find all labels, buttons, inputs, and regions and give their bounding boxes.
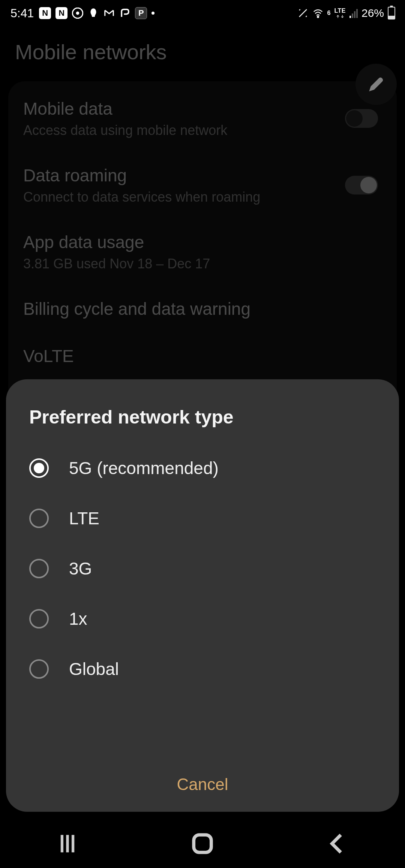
mobile-data-subtitle: Access data using mobile network [23,123,227,138]
home-button[interactable] [189,831,216,857]
volte-row[interactable]: VoLTE [8,332,397,366]
back-button[interactable] [324,831,351,857]
edit-fab[interactable] [356,64,397,105]
app-icon-4 [88,7,99,19]
radio-icon [29,458,49,478]
option-1x[interactable]: 1x [6,594,399,644]
system-nav-bar [0,819,405,868]
cancel-button[interactable]: Cancel [177,775,228,794]
option-label: 1x [69,609,87,629]
app-data-usage-title: App data usage [23,232,210,252]
more-notifications-icon [152,12,154,15]
option-label: Global [69,659,119,679]
parler-icon [119,7,130,19]
radio-icon [29,609,49,629]
gmail-icon [104,7,115,19]
volte-title: VoLTE [23,346,74,366]
preferred-network-dialog: Preferred network type 5G (recommended) … [6,379,399,812]
messenger-icon-2: N [56,7,68,19]
app-data-usage-row[interactable]: App data usage 3.81 GB used Nov 18 – Dec… [8,218,397,285]
app-icon-p: P [135,7,147,19]
option-label: 3G [69,558,92,579]
dialog-options: 5G (recommended) LTE 3G 1x Global [6,443,399,763]
messenger-icon: N [39,7,51,19]
radio-icon [29,659,49,679]
billing-cycle-title: Billing cycle and data warning [23,299,250,319]
wifi-badge: 6 [327,10,331,16]
option-label: 5G (recommended) [69,458,219,478]
radio-icon [29,509,49,528]
data-roaming-title: Data roaming [23,165,260,186]
dialog-title: Preferred network type [6,406,399,443]
recents-button[interactable] [54,831,81,857]
status-left: 5:41 N N P [10,6,154,20]
radio-icon [29,559,49,578]
mobile-data-row[interactable]: Mobile data Access data using mobile net… [8,85,397,152]
billing-cycle-row[interactable]: Billing cycle and data warning [8,285,397,332]
app-data-usage-subtitle: 3.81 GB used Nov 18 – Dec 17 [23,256,210,272]
cellular-group: LTE [334,8,346,18]
battery-percent: 26% [362,7,384,19]
status-bar: 5:41 N N P 6 LTE [0,0,405,26]
signal-icon [350,8,358,18]
mobile-data-toggle[interactable] [345,109,378,128]
mobile-data-title: Mobile data [23,99,227,119]
data-roaming-row[interactable]: Data roaming Connect to data services wh… [8,152,397,218]
wifi-icon [312,7,324,19]
svg-rect-3 [194,835,212,853]
option-global[interactable]: Global [6,644,399,694]
pinterest-icon [72,7,83,19]
battery-icon [388,7,395,19]
option-3g[interactable]: 3G [6,543,399,594]
option-label: LTE [69,508,99,528]
status-notif-icons: N N P [39,7,154,19]
status-right: 6 LTE 26% [297,7,395,19]
option-lte[interactable]: LTE [6,493,399,543]
nfc-pen-icon [297,7,309,19]
svg-point-1 [76,12,80,15]
data-roaming-subtitle: Connect to data services when roaming [23,189,260,205]
dialog-actions: Cancel [6,763,399,812]
status-time: 5:41 [10,6,34,20]
svg-point-2 [317,16,319,18]
page-title: Mobile networks [0,30,405,81]
data-roaming-toggle[interactable] [345,176,378,195]
data-arrows-icon [335,15,345,18]
network-type-label: LTE [334,8,346,14]
option-5g[interactable]: 5G (recommended) [6,443,399,493]
